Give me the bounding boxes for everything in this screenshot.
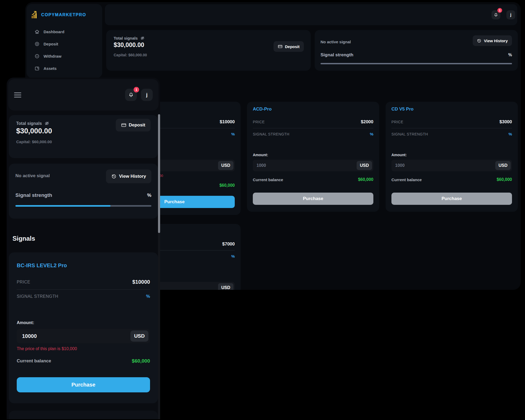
sidebar-item-label: Assets [44,66,57,71]
view-history-label: View History [119,174,146,179]
home-icon [35,29,40,34]
desktop-topbar: 1 j [105,4,517,25]
signal-strength-percent: % [509,132,512,136]
credit-card-icon [278,44,283,49]
currency-chip: USD [495,161,511,170]
current-balance-value: $60,000 [358,177,373,182]
amount-label: Amount: [17,320,150,325]
amount-input[interactable]: 1000 USD [391,160,512,171]
divider [253,128,373,128]
active-signal-card: No active signal View History Signal str… [315,30,518,71]
signal-strength-percent: % [370,132,373,136]
history-icon [477,39,481,43]
mobile-panel: 1 j Total signals $30,000.00 Capital: $6… [7,78,160,419]
user-avatar[interactable]: j [506,10,515,19]
signal-strength-fill [15,205,110,207]
currency-chip: USD [218,161,233,170]
price-value: $7000 [222,241,235,247]
plan-card-bcirs: BC-IRS LEVEL2 Pro PRICE$10000 SIGNAL STR… [9,252,158,403]
plan-card-cdv5pro: CD V5 Pro PRICE$3000 SIGNAL STRENGTH% Am… [386,102,518,212]
notification-badge: 1 [497,8,502,13]
brand-name: COPYMARKETPRO [41,12,86,17]
capital-value: Capital: $60,000.00 [114,53,303,57]
plan-name[interactable]: BC-IRS LEVEL2 Pro [17,262,150,268]
sidebar-item-withdraw[interactable]: Withdraw [35,54,102,59]
currency-chip: USD [130,330,148,342]
capital-value: Capital: $60,000.00 [16,139,151,144]
signal-strength-label: Signal strength [15,192,52,198]
current-balance-label: Current balance [253,177,283,182]
signal-strength-percent: % [231,132,235,136]
brand-logo: COPYMARKETPRO [31,11,102,19]
purchase-button[interactable]: Purchase [391,193,512,205]
wallet-icon [35,66,40,71]
sidebar-item-deposit[interactable]: Deposit [35,41,102,46]
signal-strength-label: SIGNAL STRENGTH [391,132,428,136]
amount-value: 10000 [22,333,37,339]
amount-label: Amount: [253,153,373,157]
sidebar-item-label: Deposit [44,42,58,46]
deposit-button[interactable]: Deposit [116,119,151,131]
sidebar-nav: Dashboard Deposit Withdraw [27,29,102,71]
sidebar-item-dashboard[interactable]: Dashboard [35,29,102,34]
signal-strength-label: Signal strength [321,52,353,58]
mobile-topbar: 1 j [8,79,159,111]
amount-label: Amount: [391,153,512,157]
no-active-signal-status: No active signal [15,173,50,179]
active-signal-card: No active signal View History Signal str… [9,164,158,219]
bar-chart-logo-icon [31,11,39,19]
divider [391,128,512,128]
deposit-button-label: Deposit [285,44,300,49]
signal-strength-label: SIGNAL STRENGTH [17,294,58,299]
view-history-button[interactable]: View History [106,169,151,183]
plan-name[interactable]: ACD-Pro [253,107,373,112]
signal-strength-bar [15,205,151,207]
sidebar-item-label: Dashboard [44,29,64,34]
next-card-sliver [9,411,158,419]
notifications-button[interactable]: 1 [492,10,500,19]
history-icon [111,174,117,179]
minus-circle-icon [35,54,40,59]
price-label: PRICE [17,280,30,285]
purchase-button[interactable]: Purchase [253,193,373,205]
currency-chip: USD [357,161,372,170]
scrollbar-thumb[interactable] [158,114,160,233]
user-avatar[interactable]: j [141,89,153,101]
current-balance-value: $60,000 [497,177,512,182]
sidebar: COPYMARKETPRO Dashboard Deposit [27,4,102,78]
plan-name[interactable]: CD V5 Pro [391,107,512,112]
no-active-signal-status: No active signal [321,40,351,44]
currency-chip: USD [218,283,233,290]
bell-icon [128,92,134,98]
purchase-button[interactable]: Purchase [17,377,150,392]
sidebar-item-assets[interactable]: Assets [35,66,102,71]
total-signals-card: Total signals $30,000.00 Capital: $60,00… [106,30,311,71]
credit-card-icon [121,122,126,128]
eye-off-icon[interactable] [140,36,145,40]
deposit-button[interactable]: Deposit [274,41,304,52]
signal-strength-percent: % [231,254,235,258]
price-value: $3000 [500,119,512,125]
screen: COPYMARKETPRO Dashboard Deposit [0,0,525,420]
hamburger-menu-button[interactable] [14,91,21,99]
notification-badge: 1 [134,87,139,92]
eye-off-icon[interactable] [44,121,49,126]
price-value: $10000 [220,119,235,125]
amount-value: 1000 [395,163,405,168]
view-history-button[interactable]: View History [473,35,512,46]
amount-input[interactable]: 10000 USD [17,329,150,343]
plus-circle-icon [35,41,40,46]
plan-card-acdpro: ACD-Pro PRICE$2000 SIGNAL STRENGTH% Amou… [247,102,379,212]
bell-icon [494,13,498,17]
current-balance-label: Current balance [17,358,51,364]
scrollbar[interactable] [158,114,160,419]
amount-input[interactable]: 1000 USD [253,160,373,171]
current-balance-label: Current balance [391,177,422,182]
signals-heading: Signals [12,235,35,242]
signal-strength-label: SIGNAL STRENGTH [253,132,289,136]
price-label: PRICE [391,120,403,124]
signal-strength-bar [321,63,512,64]
divider [17,289,150,290]
notifications-button[interactable]: 1 [125,89,137,101]
price-value: $10000 [132,279,150,285]
